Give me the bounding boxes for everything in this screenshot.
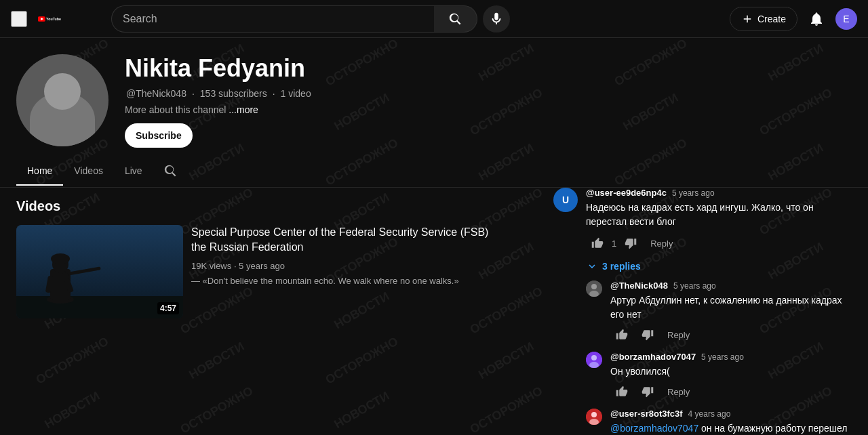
reply-time: 5 years ago <box>701 352 744 362</box>
reply-row: @user-sr8ot3fc3f 4 years ago @borzamhado… <box>586 409 852 435</box>
comment-time: 5 years ago <box>672 188 715 198</box>
create-button[interactable]: Create <box>730 7 797 31</box>
tab-videos[interactable]: Videos <box>63 157 114 186</box>
channel-description: More about this channel ...more <box>125 104 852 115</box>
comment-thread: U @user-ee9de6np4c 5 years ago Надеюсь н… <box>553 188 852 435</box>
search-form <box>111 5 477 33</box>
replies-indent: 3 replies <box>586 257 852 435</box>
reply-row: @TheNick048 5 years ago Артур Абдуллин н… <box>586 281 852 344</box>
dislike-button[interactable] <box>619 234 642 252</box>
replies-toggle-button[interactable]: 3 replies <box>586 257 641 275</box>
user-avatar-icon <box>586 409 602 425</box>
reply-time: 4 years ago <box>688 409 731 419</box>
channel-info: Nikita Fedyanin @TheNick048 · 153 subscr… <box>125 54 852 148</box>
channel-avatar <box>16 54 108 146</box>
nav-right: Create E <box>730 5 857 33</box>
svg-point-16 <box>591 355 597 360</box>
like-button[interactable] <box>586 234 609 252</box>
video-info: Special Purpose Center of the Federal Se… <box>191 225 499 318</box>
subscribe-button[interactable]: Subscribe <box>125 123 193 148</box>
tab-search[interactable] <box>153 156 189 187</box>
reply-author[interactable]: @TheNick048 <box>610 281 668 291</box>
mention-link[interactable]: @borzamhadov7047 <box>610 423 698 434</box>
reply-button[interactable]: Reply <box>645 236 678 251</box>
reply-author[interactable]: @user-sr8ot3fc3f <box>610 409 683 419</box>
reply-author[interactable]: @borzamhadov7047 <box>610 352 696 362</box>
comment-author-line: @user-ee9de6np4c 5 years ago <box>586 188 852 198</box>
video-meta: 19K views · 5 years ago <box>191 261 499 271</box>
user-avatar[interactable]: E <box>835 8 857 30</box>
chevron-down-icon <box>586 260 598 272</box>
more-link[interactable]: ...more <box>229 104 258 115</box>
search-tab-icon <box>164 164 178 178</box>
microphone-icon <box>489 12 504 26</box>
voice-search-button[interactable] <box>483 5 510 33</box>
thumbs-down-icon <box>625 237 637 249</box>
top-navigation: YouTube Create <box>0 0 868 38</box>
reply-row: @borzamhadov7047 5 years ago Он уволился… <box>586 352 852 400</box>
reply-reply-button[interactable]: Reply <box>662 384 695 400</box>
reply-text: Он уволился( <box>610 365 852 379</box>
reply-author-line: @borzamhadov7047 5 years ago <box>610 352 852 362</box>
hamburger-menu-button[interactable] <box>11 11 27 27</box>
right-column: U @user-ee9de6np4c 5 years ago Надеюсь н… <box>537 188 868 435</box>
like-count: 1 <box>612 239 616 249</box>
comment-author[interactable]: @user-ee9de6np4c <box>586 188 667 198</box>
plus-icon <box>741 13 753 25</box>
thumbs-up-icon <box>616 329 628 341</box>
reply-author-line: @TheNick048 5 years ago <box>610 281 852 291</box>
comment-body: @user-ee9de6np4c 5 years ago Надеюсь на … <box>586 188 852 252</box>
bell-icon <box>808 11 825 27</box>
svg-point-19 <box>591 412 597 417</box>
video-title[interactable]: Special Purpose Center of the Federal Se… <box>191 225 499 255</box>
svg-point-8 <box>51 253 70 264</box>
user-avatar-icon <box>586 352 602 368</box>
videos-section-title: Videos <box>16 199 499 214</box>
reply-like-button[interactable] <box>610 326 633 344</box>
reply-like-button[interactable] <box>610 383 633 400</box>
comment-actions: 1 Reply <box>586 234 852 252</box>
videos-row: 4:57 Special Purpose Center of the Feder… <box>16 225 499 318</box>
reply-dislike-button[interactable] <box>636 383 659 400</box>
search-icon <box>449 12 462 26</box>
comment-text: Надеюсь на кадрах есть хард ингуш. Жалко… <box>586 201 852 229</box>
channel-avatar-icon <box>586 281 602 297</box>
thumbs-up-icon <box>591 237 604 249</box>
videos-section: Videos <box>0 188 515 329</box>
youtube-logo[interactable]: YouTube <box>38 11 61 27</box>
reply-dislike-button[interactable] <box>636 326 659 344</box>
notifications-button[interactable] <box>803 5 830 33</box>
reply-time: 5 years ago <box>673 281 716 291</box>
reply-body: @borzamhadov7047 5 years ago Он уволился… <box>610 352 852 400</box>
svg-point-13 <box>591 284 597 289</box>
video-description: — «Don't believe the mountain echo. We w… <box>191 275 499 287</box>
thumbs-up-icon <box>616 386 628 398</box>
channel-name: Nikita Fedyanin <box>125 54 852 83</box>
left-column: Videos <box>0 188 515 435</box>
search-input[interactable] <box>111 5 434 33</box>
avatar: U <box>553 188 578 212</box>
thumbs-down-icon <box>642 329 654 341</box>
reply-text: Артур Абдуллин нет, к сожалению на данны… <box>610 293 852 322</box>
comment-row: U @user-ee9de6np4c 5 years ago Надеюсь н… <box>553 188 852 252</box>
reply-body: @user-sr8ot3fc3f 4 years ago @borzamhado… <box>610 409 852 435</box>
search-button[interactable] <box>434 5 477 33</box>
tab-live[interactable]: Live <box>114 157 153 186</box>
thumbs-down-icon <box>642 386 654 398</box>
nav-left: YouTube <box>11 11 61 27</box>
reply-text: @borzamhadov7047 он на бумажную работу п… <box>610 421 852 435</box>
main-content: Nikita Fedyanin @TheNick048 · 153 subscr… <box>0 38 868 435</box>
reply-avatar <box>586 352 602 368</box>
video-thumbnail[interactable]: 4:57 <box>16 225 183 318</box>
reply-actions: Reply <box>610 383 852 400</box>
channel-header: Nikita Fedyanin @TheNick048 · 153 subscr… <box>0 38 868 148</box>
reply-reply-button[interactable]: Reply <box>662 327 695 343</box>
reply-actions: Reply <box>610 326 852 344</box>
comments-section: U @user-ee9de6np4c 5 years ago Надеюсь н… <box>537 188 868 435</box>
reply-body: @TheNick048 5 years ago Артур Абдуллин н… <box>610 281 852 344</box>
channel-tabs: Home Videos Live <box>0 156 868 188</box>
tab-home[interactable]: Home <box>16 157 63 186</box>
reply-avatar <box>586 281 602 297</box>
svg-text:YouTube: YouTube <box>46 16 61 20</box>
video-card: 4:57 Special Purpose Center of the Feder… <box>16 225 499 318</box>
